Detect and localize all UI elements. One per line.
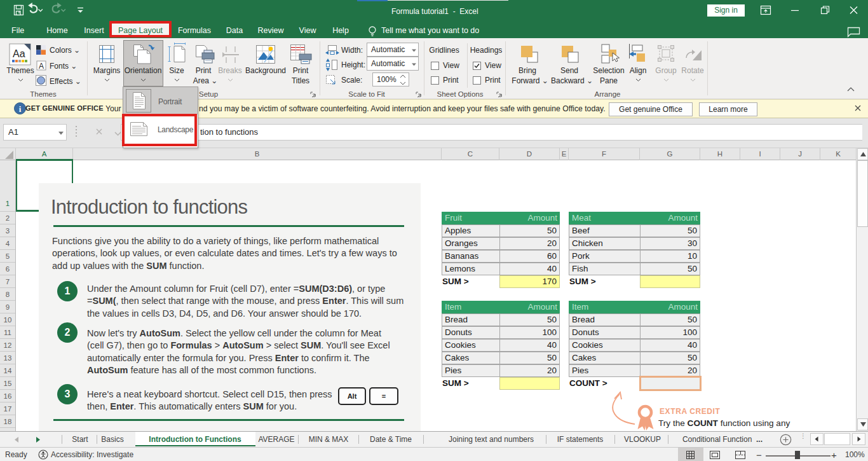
svg-text:A: A bbox=[39, 62, 44, 71]
svg-text:Aa: Aa bbox=[13, 48, 25, 59]
